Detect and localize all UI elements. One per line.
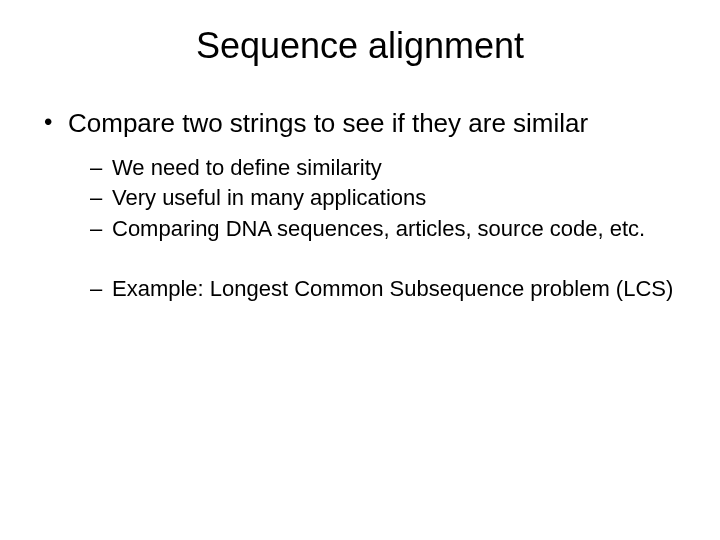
list-item: Compare two strings to see if they are s…	[40, 107, 680, 304]
list-item: Example: Longest Common Subsequence prob…	[90, 275, 680, 304]
bullet-text: Comparing DNA sequences, articles, sourc…	[112, 216, 645, 241]
bullet-text: We need to define similarity	[112, 155, 382, 180]
bullet-text: Example: Longest Common Subsequence prob…	[112, 276, 673, 301]
bullet-list-level2: We need to define similarity Very useful…	[68, 154, 680, 304]
list-item: Comparing DNA sequences, articles, sourc…	[90, 215, 680, 244]
bullet-text: Compare two strings to see if they are s…	[68, 108, 588, 138]
slide-title: Sequence alignment	[40, 25, 680, 67]
bullet-text: Very useful in many applications	[112, 185, 426, 210]
list-item: We need to define similarity	[90, 154, 680, 183]
bullet-list-level1: Compare two strings to see if they are s…	[40, 107, 680, 304]
list-item: Very useful in many applications	[90, 184, 680, 213]
